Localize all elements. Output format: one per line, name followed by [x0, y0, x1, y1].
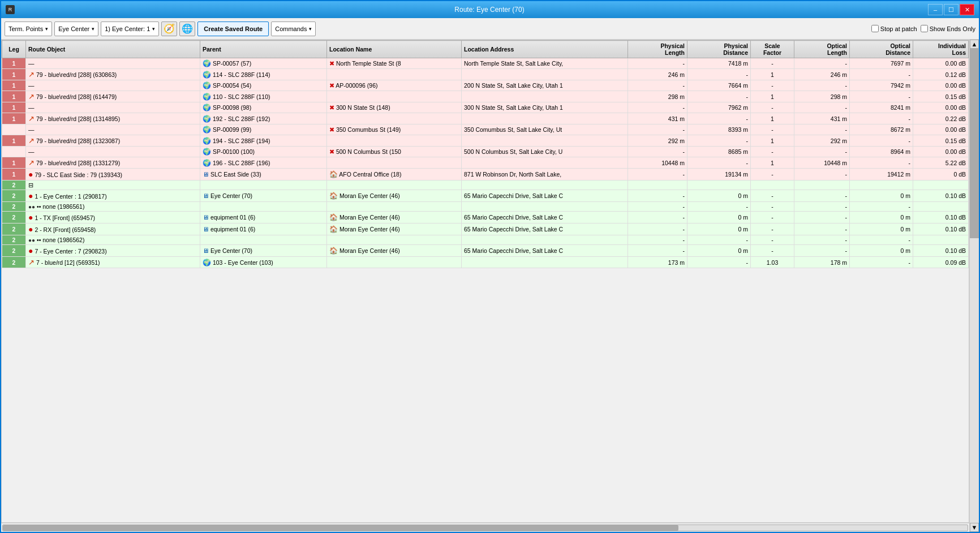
- globe-icon-button[interactable]: 🌐: [179, 22, 195, 36]
- cell-route-object: —: [26, 124, 200, 135]
- table-row[interactable]: 2●● •• none (1986562) -----: [2, 235, 969, 245]
- commands-dropdown[interactable]: Commands: [271, 22, 316, 36]
- table-row[interactable]: 1 —🌍 SP-00098 (98)✖ 300 N State St (148)…: [2, 102, 969, 113]
- minimize-button[interactable]: –: [928, 4, 943, 15]
- stop-at-patch-label[interactable]: Stop at patch: [871, 25, 917, 32]
- cell-optical-distance: 8964 m: [850, 147, 913, 157]
- cell-leg: 2: [2, 180, 26, 190]
- cell-optical-distance: 0 m: [850, 190, 913, 202]
- scroll-down-button[interactable]: ▼: [970, 523, 979, 532]
- cell-parent: 🖥 equipment 01 (6): [200, 212, 327, 223]
- cell-leg: 1: [2, 91, 26, 102]
- cell-individual-loss: 0.00 dB: [913, 102, 969, 113]
- cell-individual-loss: 0.09 dB: [913, 257, 969, 268]
- header-location-name: Location Name: [327, 41, 462, 58]
- cell-physical-distance: 0 m: [687, 190, 751, 202]
- header-parent: Parent: [200, 41, 327, 58]
- table-container[interactable]: Leg Route Object Parent Location Name Lo…: [1, 40, 969, 523]
- eye-center-dropdown[interactable]: Eye Center: [54, 22, 98, 36]
- table-row[interactable]: 2↗ 7 - blue/rd [12] (569351)🌍 103 - Eye …: [2, 257, 969, 268]
- cell-leg: 1: [2, 169, 26, 180]
- cell-location-address: [462, 180, 628, 190]
- cell-parent: 🌍 192 - SLC 288F (192): [200, 113, 327, 124]
- cell-optical-length: -: [794, 80, 850, 91]
- cell-physical-length: 173 m: [628, 257, 687, 268]
- header-scale-factor: ScaleFactor: [751, 41, 794, 58]
- cell-optical-length: 10448 m: [794, 157, 850, 169]
- show-ends-only-checkbox[interactable]: [921, 25, 928, 32]
- cell-physical-distance: -: [687, 113, 751, 124]
- nav-icon-button[interactable]: 🧭: [161, 22, 177, 36]
- term-points-dropdown[interactable]: Term. Points: [5, 22, 52, 36]
- table-row[interactable]: 1 —🌍 SP-00057 (57)✖ North Temple State S…: [2, 58, 969, 69]
- cell-parent: 🌍 SP-00099 (99): [200, 124, 327, 135]
- eye-center-1-dropdown[interactable]: 1) Eye Center: 1: [101, 22, 159, 36]
- cell-individual-loss: 0.00 dB: [913, 147, 969, 157]
- cell-optical-length: -: [794, 58, 850, 69]
- table-row[interactable]: 2● 2 - RX [Front] (659458)🖥 equipment 01…: [2, 223, 969, 235]
- cell-scale-factor: -: [751, 58, 794, 69]
- cell-physical-length: -: [628, 212, 687, 223]
- scroll-thumb: [970, 49, 979, 238]
- close-button[interactable]: ✕: [960, 4, 974, 15]
- cell-scale-factor: -: [751, 124, 794, 135]
- cell-scale-factor: -: [751, 235, 794, 245]
- table-row[interactable]: 1 —🌍 SP-00054 (54)✖ AP-000096 (96)200 N …: [2, 80, 969, 91]
- cell-route-object: ↗ 79 - blue\red/rd [288] (1314895): [26, 113, 200, 124]
- cell-physical-distance: 8393 m: [687, 124, 751, 135]
- cell-location-address: [462, 235, 628, 245]
- cell-location-name: [327, 113, 462, 124]
- table-row[interactable]: 1↗ 79 - blue\red/rd [288] (1323087)🌍 194…: [2, 135, 969, 147]
- cell-leg: 2: [2, 190, 26, 202]
- cell-physical-distance: [687, 180, 751, 190]
- cell-location-address: 65 Mario Capecchi Drive, Salt Lake C: [462, 223, 628, 235]
- table-row[interactable]: 1↗ 79 - blue\red/rd [288] (1331279)🌍 196…: [2, 157, 969, 169]
- cell-optical-distance: -: [850, 113, 913, 124]
- table-row[interactable]: 1↗ 79 - blue\red/rd [288] (630863)🌍 114 …: [2, 69, 969, 80]
- cell-location-address: [462, 157, 628, 169]
- main-window: R Route: Eye Center (70) – ☐ ✕ Term. Poi…: [0, 0, 980, 533]
- cell-physical-length: -: [628, 169, 687, 180]
- cell-route-object: ● 7 - Eye Center : 7 (290823): [26, 245, 200, 257]
- cell-optical-length: -: [794, 169, 850, 180]
- table-row[interactable]: 2 ⊟: [2, 180, 969, 190]
- cell-parent: 🖥 equipment 01 (6): [200, 223, 327, 235]
- cell-physical-length: 292 m: [628, 135, 687, 147]
- cell-optical-distance: 0 m: [850, 212, 913, 223]
- table-row[interactable]: —🌍 SP-00099 (99)✖ 350 Comumbus St (149)3…: [2, 124, 969, 135]
- cell-physical-length: 431 m: [628, 113, 687, 124]
- scroll-up-button[interactable]: ▲: [970, 40, 979, 49]
- header-physical-length: PhysicalLength: [628, 41, 687, 58]
- cell-scale-factor: [751, 180, 794, 190]
- cell-scale-factor: -: [751, 245, 794, 257]
- cell-location-name: 🏠 Moran Eye Center (46): [327, 212, 462, 223]
- cell-location-name: 🏠 AFO Central Office (18): [327, 169, 462, 180]
- table-row[interactable]: 1↗ 79 - blue\red/rd [288] (1314895)🌍 192…: [2, 113, 969, 124]
- cell-physical-distance: 7962 m: [687, 102, 751, 113]
- show-ends-only-label[interactable]: Show Ends Only: [921, 25, 975, 32]
- header-route-object: Route Object: [26, 41, 200, 58]
- cell-location-address: [462, 135, 628, 147]
- horizontal-scrollbar[interactable]: [2, 525, 968, 531]
- stop-at-patch-checkbox[interactable]: [871, 25, 879, 32]
- cell-optical-distance: 8241 m: [850, 102, 913, 113]
- cell-route-object: ● 2 - RX [Front] (659458): [26, 223, 200, 235]
- table-row[interactable]: 2●● •• none (1986561) -----: [2, 202, 969, 212]
- cell-physical-length: -: [628, 223, 687, 235]
- vertical-scrollbar[interactable]: ▲ ▼: [969, 40, 979, 532]
- cell-physical-length: -: [628, 202, 687, 212]
- table-row[interactable]: 2● 1 - TX [Front] (659457)🖥 equipment 01…: [2, 212, 969, 223]
- create-saved-route-button[interactable]: Create Saved Route: [197, 22, 269, 36]
- main-content: Leg Route Object Parent Location Name Lo…: [1, 40, 969, 532]
- maximize-button[interactable]: ☐: [944, 4, 958, 15]
- cell-optical-distance: 7942 m: [850, 80, 913, 91]
- table-row[interactable]: 1● 79 - SLC East Side : 79 (139343)🖥 SLC…: [2, 169, 969, 180]
- cell-location-name: 🏠 Moran Eye Center (46): [327, 190, 462, 202]
- table-row[interactable]: 1↗ 79 - blue\red/rd [288] (614479)🌍 110 …: [2, 91, 969, 102]
- cell-parent: 🖥 Eye Center (70): [200, 245, 327, 257]
- cell-scale-factor: -: [751, 80, 794, 91]
- cell-scale-factor: 1: [751, 69, 794, 80]
- table-row[interactable]: 2● 7 - Eye Center : 7 (290823)🖥 Eye Cent…: [2, 245, 969, 257]
- table-row[interactable]: 2● 1 - Eye Center : 1 (290817)🖥 Eye Cent…: [2, 190, 969, 202]
- table-row[interactable]: —🌍 SP-00100 (100)✖ 500 N Columbus St (15…: [2, 147, 969, 157]
